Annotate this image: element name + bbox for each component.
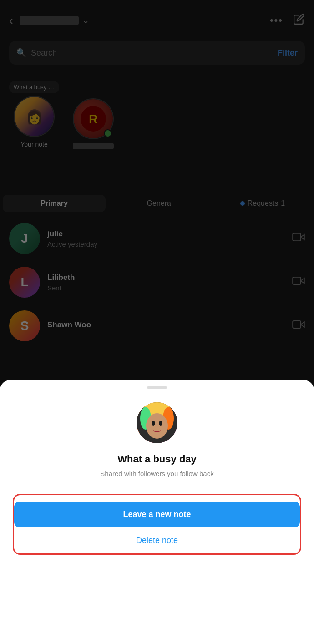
svg-point-10 — [146, 413, 168, 439]
sheet-subtitle: Shared with followers you follow back — [100, 470, 213, 477]
svg-point-11 — [152, 421, 155, 426]
sheet-handle — [147, 386, 167, 389]
svg-point-12 — [159, 421, 162, 426]
delete-note-button[interactable]: Delete note — [136, 527, 178, 547]
leave-note-button[interactable]: Leave a new note — [14, 502, 300, 527]
action-box: Leave a new note Delete note — [13, 494, 301, 555]
sheet-avatar — [137, 402, 177, 443]
overlay-dim — [0, 0, 314, 396]
sheet-note-title: What a busy day — [117, 453, 197, 465]
bottom-sheet: What a busy day Shared with followers yo… — [0, 380, 314, 644]
